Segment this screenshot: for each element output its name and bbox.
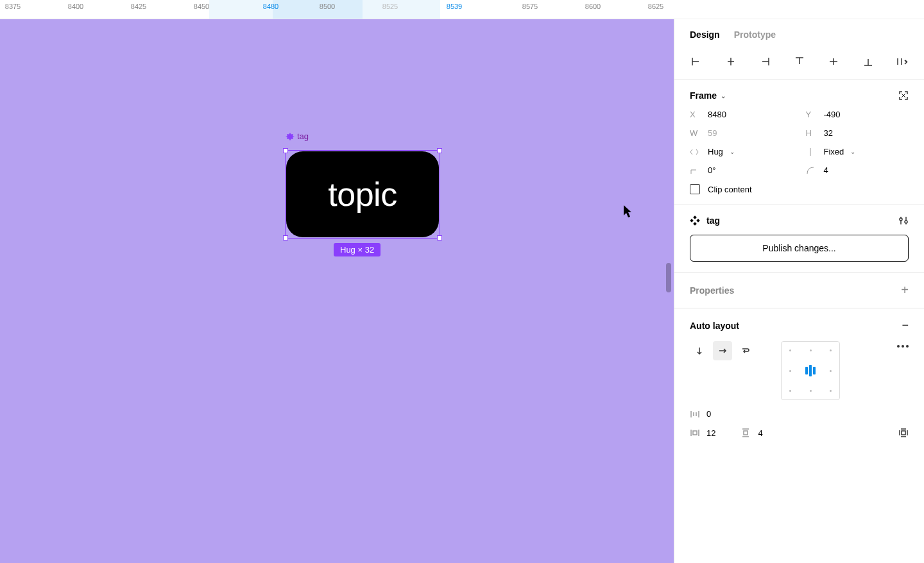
resize-handle-tl[interactable] [283,148,288,153]
ruler-tick: 8600 [585,3,601,10]
properties-section: Properties + [674,273,924,308]
ruler-tick: 8400 [68,3,83,10]
scrollbar-thumb[interactable] [666,263,671,292]
distribute-icon[interactable] [892,54,912,69]
remove-autolayout-icon[interactable]: − [902,319,909,332]
y-input[interactable]: Y-490 [806,110,909,119]
align-vcenter-icon[interactable] [823,54,844,69]
align-hcenter-icon[interactable] [721,54,741,69]
ruler-tick: 8500 [320,3,335,10]
padding-h-input[interactable]: 12 [690,428,715,438]
component-section: tag Publish changes... [674,205,924,273]
design-panel: Design Prototype Frame ⌄ X84 [674,19,924,563]
resize-handle-bl[interactable] [283,235,288,240]
hsizing-select[interactable]: Hug⌄ [690,147,793,156]
ruler-tick: 8480 [263,3,278,10]
ruler-selection [273,0,363,19]
svg-rect-32 [693,431,697,435]
add-property-icon[interactable]: + [901,283,909,298]
ruler-tick: 8525 [382,3,398,10]
panel-tabs: Design Prototype [674,19,924,47]
alignment-row [674,47,924,80]
alignment-pad[interactable] [781,341,840,400]
align-right-icon[interactable] [755,54,775,69]
alignment-center-icon [805,365,816,376]
component-settings-icon[interactable] [898,215,909,226]
autolayout-title: Auto layout [690,321,739,331]
autolayout-direction [690,341,755,360]
direction-horizontal-icon[interactable] [713,341,732,360]
svg-rect-17 [693,215,697,219]
padding-v-input[interactable]: 4 [741,428,762,438]
tab-design[interactable]: Design [690,29,720,40]
ruler-tick: 8425 [131,3,146,10]
resize-handle-br[interactable] [437,235,442,240]
horizontal-ruler[interactable]: 8375840084258450848085008525853985758600… [0,0,924,19]
svg-rect-18 [690,219,694,223]
checkbox-icon [690,184,700,194]
gap-input[interactable]: 0 [690,409,909,419]
dimensions-badge: Hug × 32 [334,243,381,256]
autolayout-more-icon[interactable] [897,345,909,348]
frame-section-title[interactable]: Frame ⌄ [690,90,726,101]
ruler-tick: 8375 [5,3,21,10]
component-name: tag [690,215,720,226]
direction-wrap-icon[interactable] [736,341,755,360]
ruler-tick: 8575 [522,3,538,10]
svg-rect-35 [744,431,748,435]
svg-rect-19 [696,219,700,223]
ruler-tick: 8539 [447,3,462,10]
align-left-icon[interactable] [686,54,706,69]
w-input[interactable]: W59 [690,128,793,138]
frame-section: Frame ⌄ X8480 Y-490 W59 H32 Hug⌄ Fixe [674,80,924,205]
svg-point-22 [900,218,902,221]
tag-frame-text: topic [328,175,397,214]
vsizing-select[interactable]: Fixed⌄ [806,147,909,156]
chevron-down-icon: ⌄ [721,92,726,99]
align-top-icon[interactable] [789,54,810,69]
align-bottom-icon[interactable] [858,54,878,69]
clip-content-checkbox[interactable]: Clip content [690,184,909,194]
frame-label[interactable]: tag [286,131,309,141]
svg-rect-37 [902,431,905,435]
canvas[interactable]: tag topic Hug × 32 [0,19,674,563]
resize-to-fit-icon[interactable] [898,90,909,101]
ruler-tick: 8625 [648,3,663,10]
h-input[interactable]: H32 [806,128,909,138]
properties-title: Properties [690,285,734,296]
ruler-tick: 8450 [194,3,209,10]
cursor-icon [624,205,634,218]
autolayout-section: Auto layout − [674,308,924,448]
resize-handle-tr[interactable] [437,148,442,153]
rotation-input[interactable]: 0° [690,165,793,175]
publish-button[interactable]: Publish changes... [690,235,909,262]
x-input[interactable]: X8480 [690,110,793,119]
radius-input[interactable]: 4 [806,165,909,175]
padding-detail-icon[interactable] [898,428,909,438]
direction-vertical-icon[interactable] [690,341,709,360]
tab-prototype[interactable]: Prototype [734,29,776,40]
svg-point-24 [905,221,907,223]
tag-frame[interactable]: topic [286,151,439,237]
svg-rect-20 [693,222,697,226]
